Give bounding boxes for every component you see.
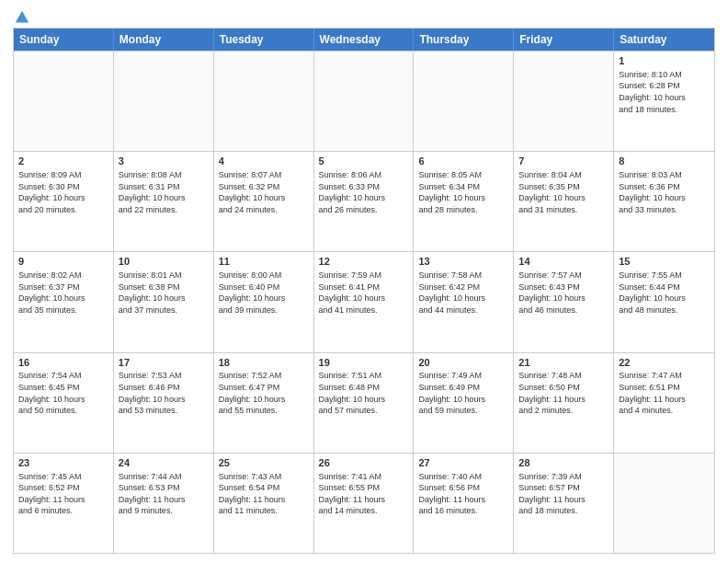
day-info: Sunrise: 8:09 AM Sunset: 6:30 PM Dayligh… (18, 169, 108, 215)
day-number: 21 (518, 356, 609, 370)
day-of-week-friday: Friday (514, 29, 614, 51)
calendar-cell: 3Sunrise: 8:08 AM Sunset: 6:31 PM Daylig… (114, 152, 214, 251)
calendar: SundayMondayTuesdayWednesdayThursdayFrid… (13, 28, 715, 554)
calendar-cell: 10Sunrise: 8:01 AM Sunset: 6:38 PM Dayli… (114, 252, 214, 351)
day-number: 9 (18, 255, 108, 269)
day-info: Sunrise: 8:10 AM Sunset: 6:28 PM Dayligh… (619, 69, 710, 115)
header (13, 9, 715, 22)
calendar-cell: 4Sunrise: 8:07 AM Sunset: 6:32 PM Daylig… (214, 152, 314, 251)
calendar-cell: 26Sunrise: 7:41 AM Sunset: 6:55 PM Dayli… (314, 454, 415, 553)
calendar-cell: 12Sunrise: 7:59 AM Sunset: 6:41 PM Dayli… (314, 252, 415, 351)
day-info: Sunrise: 8:02 AM Sunset: 6:37 PM Dayligh… (18, 270, 108, 316)
day-info: Sunrise: 8:01 AM Sunset: 6:38 PM Dayligh… (119, 270, 209, 316)
day-info: Sunrise: 7:40 AM Sunset: 6:56 PM Dayligh… (418, 471, 508, 517)
calendar-header: SundayMondayTuesdayWednesdayThursdayFrid… (14, 29, 714, 51)
day-number: 24 (119, 456, 209, 470)
day-info: Sunrise: 7:47 AM Sunset: 6:51 PM Dayligh… (619, 370, 710, 416)
calendar-row-0: 1Sunrise: 8:10 AM Sunset: 6:28 PM Daylig… (14, 51, 714, 151)
day-info: Sunrise: 7:52 AM Sunset: 6:47 PM Dayligh… (219, 370, 309, 416)
day-number: 12 (319, 255, 409, 269)
calendar-cell: 22Sunrise: 7:47 AM Sunset: 6:51 PM Dayli… (614, 353, 714, 453)
calendar-row-2: 9Sunrise: 8:02 AM Sunset: 6:37 PM Daylig… (14, 251, 714, 351)
day-number: 14 (518, 255, 609, 269)
day-info: Sunrise: 7:49 AM Sunset: 6:49 PM Dayligh… (418, 370, 508, 416)
day-number: 22 (619, 356, 710, 370)
day-number: 18 (219, 356, 309, 370)
calendar-body: 1Sunrise: 8:10 AM Sunset: 6:28 PM Daylig… (14, 51, 714, 553)
calendar-cell: 20Sunrise: 7:49 AM Sunset: 6:49 PM Dayli… (414, 353, 514, 453)
calendar-cell: 5Sunrise: 8:06 AM Sunset: 6:33 PM Daylig… (314, 152, 415, 251)
day-of-week-wednesday: Wednesday (314, 29, 415, 51)
day-number: 5 (319, 155, 409, 168)
calendar-cell: 18Sunrise: 7:52 AM Sunset: 6:47 PM Dayli… (214, 353, 314, 453)
day-info: Sunrise: 8:03 AM Sunset: 6:36 PM Dayligh… (619, 169, 710, 215)
day-info: Sunrise: 7:58 AM Sunset: 6:42 PM Dayligh… (418, 270, 508, 316)
day-info: Sunrise: 7:44 AM Sunset: 6:53 PM Dayligh… (119, 471, 209, 517)
day-info: Sunrise: 7:59 AM Sunset: 6:41 PM Dayligh… (319, 270, 409, 316)
day-number: 26 (319, 456, 409, 470)
day-of-week-tuesday: Tuesday (214, 29, 314, 51)
calendar-row-3: 16Sunrise: 7:54 AM Sunset: 6:45 PM Dayli… (14, 352, 714, 453)
calendar-cell: 19Sunrise: 7:51 AM Sunset: 6:48 PM Dayli… (314, 353, 415, 453)
day-number: 20 (418, 356, 508, 370)
calendar-cell: 9Sunrise: 8:02 AM Sunset: 6:37 PM Daylig… (14, 252, 114, 351)
calendar-cell (14, 52, 114, 151)
day-of-week-saturday: Saturday (614, 29, 714, 51)
calendar-cell: 11Sunrise: 8:00 AM Sunset: 6:40 PM Dayli… (214, 252, 314, 351)
day-info: Sunrise: 7:43 AM Sunset: 6:54 PM Dayligh… (219, 471, 309, 517)
calendar-cell: 23Sunrise: 7:45 AM Sunset: 6:52 PM Dayli… (14, 454, 114, 553)
day-number: 10 (119, 255, 209, 269)
day-info: Sunrise: 7:48 AM Sunset: 6:50 PM Dayligh… (518, 370, 609, 416)
day-info: Sunrise: 7:53 AM Sunset: 6:46 PM Dayligh… (119, 370, 209, 416)
calendar-cell: 7Sunrise: 8:04 AM Sunset: 6:35 PM Daylig… (514, 152, 614, 251)
calendar-cell: 14Sunrise: 7:57 AM Sunset: 6:43 PM Dayli… (514, 252, 614, 351)
calendar-cell (114, 52, 214, 151)
calendar-cell: 16Sunrise: 7:54 AM Sunset: 6:45 PM Dayli… (14, 353, 114, 453)
calendar-row-4: 23Sunrise: 7:45 AM Sunset: 6:52 PM Dayli… (14, 453, 714, 553)
calendar-cell: 8Sunrise: 8:03 AM Sunset: 6:36 PM Daylig… (614, 152, 714, 251)
calendar-cell: 28Sunrise: 7:39 AM Sunset: 6:57 PM Dayli… (514, 454, 614, 553)
day-number: 19 (319, 356, 409, 370)
calendar-cell: 2Sunrise: 8:09 AM Sunset: 6:30 PM Daylig… (14, 152, 114, 251)
calendar-cell: 13Sunrise: 7:58 AM Sunset: 6:42 PM Dayli… (414, 252, 514, 351)
day-number: 11 (219, 255, 309, 269)
day-number: 25 (219, 456, 309, 470)
day-number: 8 (619, 155, 710, 168)
calendar-cell (514, 52, 614, 151)
day-info: Sunrise: 8:04 AM Sunset: 6:35 PM Dayligh… (518, 169, 609, 215)
page: SundayMondayTuesdayWednesdayThursdayFrid… (0, 0, 728, 563)
calendar-cell (414, 52, 514, 151)
day-number: 15 (619, 255, 710, 269)
day-info: Sunrise: 7:45 AM Sunset: 6:52 PM Dayligh… (18, 471, 108, 517)
day-info: Sunrise: 8:06 AM Sunset: 6:33 PM Dayligh… (319, 169, 409, 215)
calendar-cell (314, 52, 415, 151)
day-number: 28 (518, 456, 609, 470)
day-info: Sunrise: 7:55 AM Sunset: 6:44 PM Dayligh… (619, 270, 710, 316)
day-number: 6 (418, 155, 508, 168)
day-number: 23 (18, 456, 108, 470)
day-info: Sunrise: 7:54 AM Sunset: 6:45 PM Dayligh… (18, 370, 108, 416)
calendar-cell: 25Sunrise: 7:43 AM Sunset: 6:54 PM Dayli… (214, 454, 314, 553)
day-number: 16 (18, 356, 108, 370)
calendar-cell (214, 52, 314, 151)
calendar-cell: 17Sunrise: 7:53 AM Sunset: 6:46 PM Dayli… (114, 353, 214, 453)
day-info: Sunrise: 8:08 AM Sunset: 6:31 PM Dayligh… (119, 169, 209, 215)
calendar-cell: 21Sunrise: 7:48 AM Sunset: 6:50 PM Dayli… (514, 353, 614, 453)
day-number: 27 (418, 456, 508, 470)
calendar-row-1: 2Sunrise: 8:09 AM Sunset: 6:30 PM Daylig… (14, 151, 714, 251)
day-number: 4 (219, 155, 309, 168)
day-info: Sunrise: 7:57 AM Sunset: 6:43 PM Dayligh… (518, 270, 609, 316)
day-info: Sunrise: 8:07 AM Sunset: 6:32 PM Dayligh… (219, 169, 309, 215)
day-number: 7 (518, 155, 609, 168)
day-info: Sunrise: 7:39 AM Sunset: 6:57 PM Dayligh… (518, 471, 609, 517)
calendar-cell: 27Sunrise: 7:40 AM Sunset: 6:56 PM Dayli… (414, 454, 514, 553)
day-info: Sunrise: 8:00 AM Sunset: 6:40 PM Dayligh… (219, 270, 309, 316)
svg-marker-0 (16, 11, 28, 23)
day-info: Sunrise: 7:51 AM Sunset: 6:48 PM Dayligh… (319, 370, 409, 416)
day-number: 1 (619, 54, 710, 68)
day-number: 3 (119, 155, 209, 168)
day-number: 2 (18, 155, 108, 168)
day-of-week-sunday: Sunday (14, 29, 114, 51)
logo-icon (14, 9, 30, 26)
calendar-cell: 24Sunrise: 7:44 AM Sunset: 6:53 PM Dayli… (114, 454, 214, 553)
